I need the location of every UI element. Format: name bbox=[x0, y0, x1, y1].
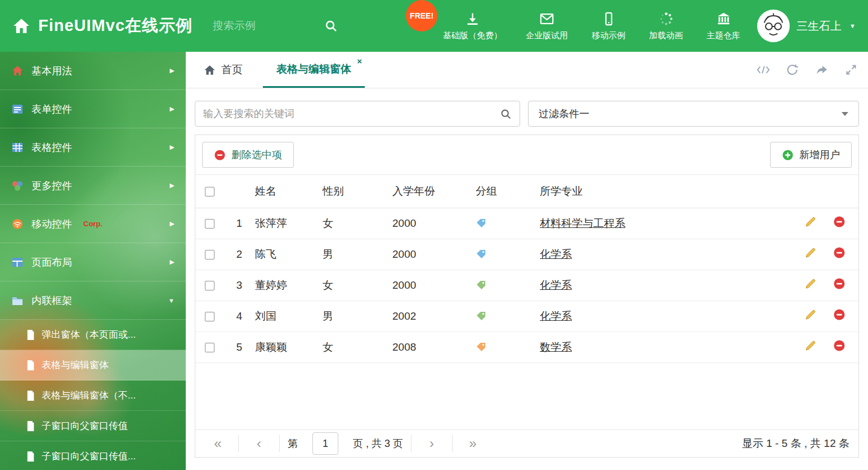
edit-icon[interactable] bbox=[804, 216, 817, 228]
sidebar-item-label: 表格控件 bbox=[32, 141, 72, 154]
page-label-prefix: 第 bbox=[288, 437, 298, 450]
file-icon bbox=[26, 360, 35, 371]
top-header: FineUIMvc在线示例 FREE! 基础版（免费） bbox=[0, 0, 868, 52]
sidebar-item-page-layout[interactable]: 页面布局 ▶ bbox=[0, 243, 186, 281]
table-row: 4 刘国 男 2002 化学系 bbox=[195, 301, 858, 332]
first-page-icon[interactable]: « bbox=[198, 437, 238, 450]
search-icon[interactable] bbox=[324, 19, 338, 33]
download-icon bbox=[465, 11, 480, 26]
tab-grid-edit-window[interactable]: 表格与编辑窗体 × bbox=[263, 52, 365, 88]
user-menu[interactable]: 三生石上 ▼ bbox=[757, 10, 856, 42]
edit-icon[interactable] bbox=[804, 247, 817, 259]
delete-icon[interactable] bbox=[833, 339, 845, 352]
app-brand[interactable]: FineUIMvc在线示例 bbox=[12, 15, 193, 37]
username: 三生石上 bbox=[797, 19, 842, 34]
users-table-wrap: 姓名 性别 入学年份 分组 所学专业 1 张萍萍 bbox=[195, 175, 858, 429]
page-number-input[interactable] bbox=[312, 432, 338, 455]
sidebar-item-mobile-controls[interactable]: 移动控件 Corp. ▶ bbox=[0, 205, 186, 243]
source-code-icon[interactable] bbox=[757, 64, 770, 76]
tab-home[interactable]: 首页 bbox=[195, 52, 252, 88]
major-link[interactable]: 数学系 bbox=[540, 341, 572, 353]
delete-icon[interactable] bbox=[833, 277, 845, 290]
row-checkbox[interactable] bbox=[205, 250, 214, 259]
cell-year: 2000 bbox=[392, 239, 476, 270]
sidebar-subitem-child-to-parent-2[interactable]: 子窗口向父窗口传值... bbox=[0, 441, 186, 470]
tag-icon bbox=[476, 249, 540, 259]
header-search-input[interactable] bbox=[213, 20, 297, 32]
expand-icon[interactable] bbox=[844, 64, 858, 76]
share-icon[interactable] bbox=[815, 64, 829, 76]
major-link[interactable]: 化学系 bbox=[540, 310, 572, 322]
nav-item-mobile-demo[interactable]: 移动示例 bbox=[592, 11, 625, 41]
sidebar-subitem-child-to-parent[interactable]: 子窗口向父窗口传值 bbox=[0, 411, 186, 441]
row-index: 1 bbox=[223, 208, 255, 239]
delete-icon[interactable] bbox=[833, 247, 845, 259]
sidebar-item-label: 表单控件 bbox=[32, 102, 72, 116]
mobile-icon bbox=[601, 11, 616, 26]
home-icon bbox=[204, 64, 216, 76]
sidebar-item-basic-usage[interactable]: 基本用法 ▶ bbox=[0, 52, 186, 90]
chevron-right-icon: ▶ bbox=[170, 105, 175, 113]
column-year: 入学年份 bbox=[392, 175, 476, 208]
delete-icon[interactable] bbox=[833, 216, 845, 228]
edit-icon[interactable] bbox=[804, 308, 817, 321]
minus-circle-icon bbox=[214, 149, 226, 161]
layout-icon bbox=[11, 256, 24, 268]
search-icon[interactable] bbox=[500, 108, 512, 120]
row-index: 3 bbox=[223, 270, 255, 301]
table-row: 3 董婷婷 女 2000 化学系 bbox=[195, 270, 858, 301]
delete-selected-button[interactable]: 删除选中项 bbox=[202, 142, 294, 168]
row-checkbox[interactable] bbox=[205, 281, 214, 290]
page-label-suffix: 页 , 共 3 页 bbox=[353, 437, 403, 450]
column-actions bbox=[791, 175, 858, 208]
sidebar-subitem-popup-window[interactable]: 弹出窗体（本页面或... bbox=[0, 320, 186, 350]
delete-icon[interactable] bbox=[833, 308, 845, 321]
row-checkbox[interactable] bbox=[205, 343, 214, 352]
major-link[interactable]: 化学系 bbox=[540, 279, 572, 291]
nav-item-label: 企业版试用 bbox=[526, 30, 568, 41]
chevron-right-icon: ▶ bbox=[170, 220, 175, 227]
prev-page-icon[interactable]: ‹ bbox=[239, 437, 279, 450]
major-link[interactable]: 化学系 bbox=[540, 248, 572, 260]
filter-selected-value: 过滤条件一 bbox=[539, 107, 589, 120]
cell-gender: 女 bbox=[323, 270, 392, 301]
sidebar-subitem-grid-edit-window[interactable]: 表格与编辑窗体 bbox=[0, 350, 186, 381]
chevron-down-icon: ▼ bbox=[168, 297, 175, 304]
sidebar-item-more-controls[interactable]: 更多控件 ▶ bbox=[0, 167, 186, 205]
row-checkbox[interactable] bbox=[205, 219, 214, 229]
plus-circle-icon bbox=[782, 149, 794, 161]
file-icon bbox=[26, 451, 35, 462]
cell-gender: 男 bbox=[323, 301, 392, 332]
tag-icon bbox=[476, 311, 540, 321]
filter-dropdown[interactable]: 过滤条件一 bbox=[528, 101, 859, 127]
close-icon[interactable]: × bbox=[357, 57, 362, 65]
nav-item-enterprise-trial[interactable]: 企业版试用 bbox=[526, 11, 568, 41]
signal-icon bbox=[11, 218, 24, 230]
table-row: 2 陈飞 男 2000 化学系 bbox=[195, 239, 858, 270]
nav-item-basic-free[interactable]: FREE! 基础版（免费） bbox=[443, 11, 502, 41]
nav-item-label: 基础版（免费） bbox=[443, 30, 502, 41]
filter-row: 过滤条件一 bbox=[186, 88, 868, 127]
sidebar-item-grid-controls[interactable]: 表格控件 ▶ bbox=[0, 128, 186, 167]
cell-name: 陈飞 bbox=[255, 239, 323, 270]
file-icon bbox=[26, 329, 35, 341]
sidebar-item-form-controls[interactable]: 表单控件 ▶ bbox=[0, 90, 186, 128]
sidebar-item-iframe[interactable]: 内联框架 ▼ bbox=[0, 281, 186, 320]
keyword-search-input[interactable] bbox=[203, 108, 500, 120]
caret-down-icon bbox=[842, 112, 848, 116]
nav-item-theme-store[interactable]: 主题仓库 bbox=[706, 11, 740, 41]
edit-icon[interactable] bbox=[804, 277, 817, 290]
last-page-icon[interactable]: » bbox=[453, 437, 493, 450]
add-user-button[interactable]: 新增用户 bbox=[770, 142, 852, 168]
next-page-icon[interactable]: › bbox=[411, 437, 452, 450]
nav-item-loading-animations[interactable]: 加载动画 bbox=[649, 11, 683, 41]
divider bbox=[279, 435, 280, 452]
cell-name: 康颖颖 bbox=[255, 332, 323, 362]
select-all-checkbox[interactable] bbox=[205, 187, 214, 196]
row-checkbox[interactable] bbox=[205, 312, 214, 321]
sidebar-subitem-grid-edit-window-2[interactable]: 表格与编辑窗体（不... bbox=[0, 381, 186, 411]
sidebar-item-label: 内联框架 bbox=[32, 294, 72, 307]
major-link[interactable]: 材料科学与工程系 bbox=[540, 217, 625, 229]
refresh-icon[interactable] bbox=[786, 64, 799, 76]
edit-icon[interactable] bbox=[804, 339, 817, 352]
